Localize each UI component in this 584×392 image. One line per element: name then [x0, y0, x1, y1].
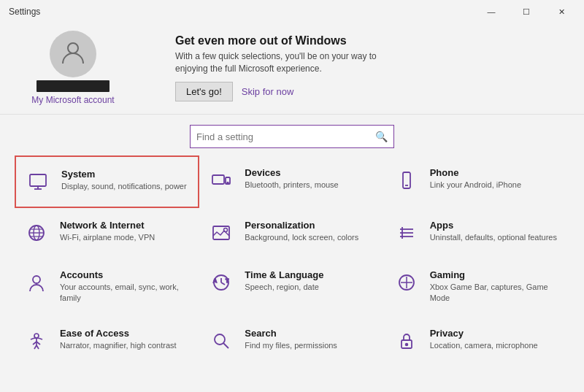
settings-item-phone[interactable]: PhoneLink your Android, iPhone: [385, 155, 569, 208]
settings-item-desc-apps: Uninstall, defaults, optional features: [430, 232, 557, 243]
settings-item-desc-ease: Narrator, magnifier, high contrast: [60, 340, 177, 351]
ms-account-link[interactable]: My Microsoft account: [31, 95, 114, 105]
settings-item-system[interactable]: SystemDisplay, sound, notifications, pow…: [15, 155, 199, 208]
ease-icon: [23, 328, 50, 354]
settings-item-privacy[interactable]: PrivacyLocation, camera, microphone: [385, 316, 569, 366]
settings-item-network[interactable]: Network & InternetWi-Fi, airplane mode, …: [15, 208, 199, 258]
skip-button[interactable]: Skip for now: [242, 86, 294, 97]
settings-item-title-system: System: [61, 169, 187, 180]
settings-item-desc-network: Wi-Fi, airplane mode, VPN: [60, 232, 155, 243]
svg-point-6: [227, 182, 228, 184]
letsgo-button[interactable]: Let's go!: [175, 82, 233, 101]
settings-item-title-personalization: Personalization: [245, 220, 358, 231]
svg-text:T: T: [226, 278, 229, 283]
system-icon: [25, 169, 51, 195]
user-icon: [60, 39, 86, 70]
settings-item-title-phone: Phone: [430, 167, 521, 178]
promo-title: Get even more out of Windows: [175, 34, 569, 47]
settings-item-desc-personalization: Background, lock screen, colors: [245, 232, 358, 243]
search-box: 🔍: [190, 125, 394, 148]
settings-item-desc-search: Find my files, permissions: [245, 340, 337, 351]
settings-item-desc-privacy: Location, camera, microphone: [430, 340, 538, 351]
settings-item-desc-system: Display, sound, notifications, power: [61, 181, 187, 192]
settings-item-desc-phone: Link your Android, iPhone: [430, 180, 521, 191]
app-title: Settings: [9, 7, 40, 17]
settings-item-title-apps: Apps: [430, 220, 557, 231]
personalization-icon: [208, 220, 234, 246]
settings-item-title-accounts: Accounts: [60, 269, 191, 280]
avatar: [50, 31, 96, 77]
svg-line-31: [223, 343, 228, 348]
settings-item-title-network: Network & Internet: [60, 220, 155, 231]
settings-item-desc-gaming: Xbox Game Bar, captures, Game Mode: [430, 282, 561, 304]
svg-point-20: [33, 276, 40, 283]
search-container: 🔍: [0, 115, 584, 155]
maximize-button[interactable]: ☐: [510, 1, 543, 23]
settings-item-title-gaming: Gaming: [430, 269, 561, 280]
header-banner: My Microsoft account Get even more out o…: [0, 23, 584, 115]
settings-item-accounts[interactable]: AccountsYour accounts, email, sync, work…: [15, 258, 199, 316]
settings-item-title-time: Time & Language: [245, 269, 323, 280]
apps-icon: [393, 220, 420, 246]
minimize-button[interactable]: —: [474, 1, 508, 23]
search-icon: 🔍: [375, 131, 388, 142]
settings-item-desc-devices: Bluetooth, printers, mouse: [245, 180, 338, 191]
svg-point-33: [405, 343, 407, 345]
settings-item-personalization[interactable]: PersonalizationBackground, lock screen, …: [199, 208, 384, 258]
settings-item-desc-accounts: Your accounts, email, sync, work, family: [60, 282, 191, 304]
svg-point-0: [68, 43, 78, 53]
settings-item-apps[interactable]: AppsUninstall, defaults, optional featur…: [385, 208, 569, 258]
svg-text:A: A: [213, 278, 217, 283]
settings-item-ease[interactable]: Ease of AccessNarrator, magnifier, high …: [15, 316, 199, 366]
svg-rect-4: [212, 175, 224, 184]
search-icon: [208, 328, 234, 354]
search-input[interactable]: [196, 131, 375, 142]
svg-rect-1: [30, 174, 46, 186]
promo-section: Get even more out of Windows With a few …: [131, 34, 569, 102]
settings-item-title-privacy: Privacy: [430, 328, 538, 339]
time-icon: A T: [208, 269, 234, 296]
account-name-redacted: [36, 80, 110, 92]
svg-line-23: [221, 283, 225, 285]
phone-icon: [393, 167, 420, 193]
settings-item-desc-time: Speech, region, date: [245, 282, 323, 293]
settings-item-title-devices: Devices: [245, 167, 338, 178]
privacy-icon: [393, 328, 420, 354]
promo-actions: Let's go! Skip for now: [175, 82, 569, 101]
svg-point-30: [215, 334, 225, 345]
settings-item-search[interactable]: SearchFind my files, permissions: [199, 316, 384, 366]
svg-point-29: [34, 334, 39, 338]
network-icon: [23, 220, 50, 246]
devices-icon: [208, 167, 234, 193]
accounts-icon: [23, 269, 50, 296]
settings-item-time[interactable]: A T Time & LanguageSpeech, region, date: [199, 258, 384, 316]
promo-desc: With a few quick selections, you'll be o…: [175, 50, 409, 75]
gaming-icon: [393, 269, 420, 296]
user-section: My Microsoft account: [15, 31, 131, 105]
settings-item-title-ease: Ease of Access: [60, 328, 177, 339]
titlebar: Settings — ☐ ✕: [0, 0, 584, 23]
close-button[interactable]: ✕: [545, 1, 578, 23]
settings-item-gaming[interactable]: GamingXbox Game Bar, captures, Game Mode: [385, 258, 569, 316]
settings-item-devices[interactable]: DevicesBluetooth, printers, mouse: [199, 155, 384, 208]
window-controls: — ☐ ✕: [474, 1, 578, 23]
settings-item-title-search: Search: [245, 328, 337, 339]
settings-grid: SystemDisplay, sound, notifications, pow…: [0, 155, 584, 366]
svg-point-15: [224, 228, 228, 232]
